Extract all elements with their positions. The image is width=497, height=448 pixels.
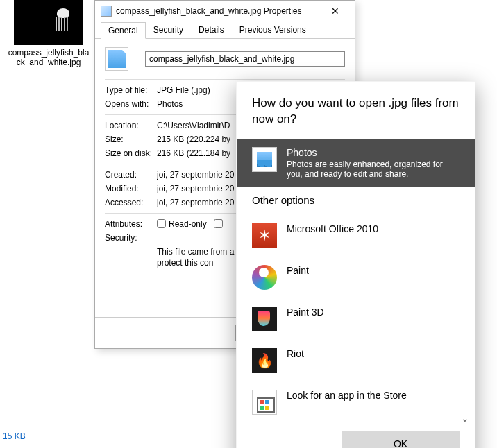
status-bar-size: 15 KB — [3, 431, 26, 441]
titlebar-text: compass_jellyfish_black_and_white.jpg Pr… — [116, 6, 301, 16]
titlebar[interactable]: compass_jellyfish_black_and_white.jpg Pr… — [95, 1, 355, 21]
tab-general[interactable]: General — [101, 22, 146, 39]
label-created: Created: — [105, 170, 157, 180]
tabstrip: General Security Details Previous Versio… — [95, 21, 355, 39]
app-option-paint[interactable]: Paint — [237, 257, 475, 298]
label-accessed: Accessed: — [105, 198, 157, 207]
label-security: Security: — [105, 233, 157, 243]
divider — [252, 212, 460, 212]
label-attributes: Attributes: — [105, 219, 157, 229]
app-option-photos[interactable]: Photos Photos are easily enhanced, organ… — [237, 139, 475, 187]
photos-title: Photos — [287, 147, 460, 158]
scroll-down-icon[interactable] — [461, 412, 471, 422]
app-option-riot[interactable]: Riot — [237, 340, 475, 381]
tab-previous-versions[interactable]: Previous Versions — [232, 21, 314, 38]
readonly-label[interactable]: Read-only — [157, 219, 207, 229]
label-modified: Modified: — [105, 184, 157, 193]
paint-title: Paint — [287, 265, 309, 276]
app-option-office[interactable]: ✶ Microsoft Office 2010 — [237, 215, 475, 257]
tab-security[interactable]: Security — [146, 21, 191, 38]
desktop-file[interactable]: compass_jellyfish_black_and_white.jpg — [7, 0, 90, 68]
riot-icon — [252, 348, 277, 373]
label-size-on-disk: Size on disk: — [105, 148, 157, 158]
paint3d-title: Paint 3D — [287, 307, 324, 318]
paint-icon — [252, 265, 277, 290]
label-opens-with: Opens with: — [105, 99, 157, 109]
photos-icon — [252, 147, 277, 172]
office-icon: ✶ — [252, 223, 277, 248]
readonly-checkbox[interactable] — [157, 219, 166, 228]
openwith-ok-button[interactable]: OK — [342, 431, 460, 448]
filetype-icon — [105, 47, 128, 71]
filename-input[interactable] — [145, 51, 345, 67]
other-options-header: Other options — [237, 187, 475, 209]
store-icon — [252, 390, 277, 415]
paint3d-icon — [252, 307, 277, 331]
store-title: Look for an app in the Store — [287, 390, 407, 401]
label-size: Size: — [105, 135, 157, 144]
office-title: Microsoft Office 2010 — [287, 223, 378, 234]
label-type: Type of file: — [105, 85, 157, 95]
open-with-question: How do you want to open .jpg files from … — [237, 82, 475, 139]
riot-title: Riot — [287, 348, 304, 359]
label-location: Location: — [105, 121, 157, 130]
open-with-dialog: How do you want to open .jpg files from … — [236, 81, 475, 448]
file-thumbnail — [14, 0, 83, 45]
app-option-paint3d[interactable]: Paint 3D — [237, 298, 475, 340]
titlebar-icon — [101, 6, 112, 17]
close-button[interactable]: ✕ — [321, 5, 349, 17]
photos-description: Photos are easily enhanced, organized fo… — [287, 160, 460, 179]
tab-details[interactable]: Details — [191, 21, 232, 38]
app-option-store[interactable]: Look for an app in the Store — [237, 381, 475, 423]
file-name-label: compass_jellyfish_black_and_white.jpg — [7, 48, 90, 68]
hidden-checkbox[interactable] — [214, 219, 223, 228]
